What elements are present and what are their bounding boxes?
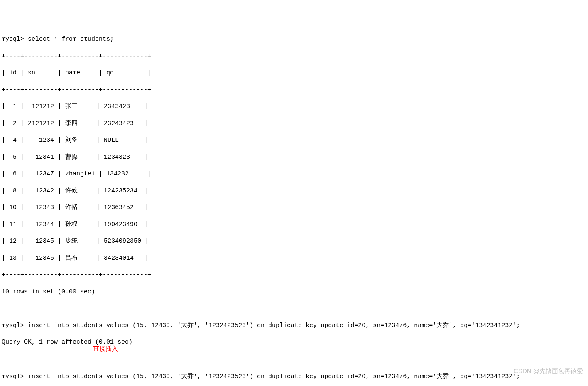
table-row: | 1 | 121212 | 张三 | 2343423 | — [2, 103, 586, 111]
blank-line — [2, 305, 586, 313]
table-row: | 2 | 2121212 | 李四 | 23243423 | — [2, 120, 586, 128]
table-row: | 13 | 12346 | 吕布 | 34234014 | — [2, 254, 586, 263]
result-line: Query OK, 1 row affected (0.01 sec)直接插入 — [2, 338, 586, 347]
result-prefix: Query OK, — [2, 339, 39, 346]
sql-select-1: select * from students; — [28, 36, 114, 43]
table-border: +----+---------+----------+------------+ — [2, 52, 586, 61]
prompt-line: mysql> insert into students values (15, … — [2, 322, 586, 330]
sql-insert-2: insert into students values (15, 12439, … — [24, 373, 520, 380]
blank-line — [2, 356, 586, 364]
prompt: mysql> — [2, 322, 24, 329]
table-row: | 10 | 12343 | 许褚 | 12363452 | — [2, 204, 586, 212]
result-footer: 10 rows in set (0.00 sec) — [2, 288, 586, 296]
annotation-text: 直接插入 — [93, 344, 118, 353]
table-border: +----+---------+----------+------------+ — [2, 271, 586, 279]
sql-insert-1: insert into students values (15, 12439, … — [24, 322, 520, 329]
table-header: | id | sn | name | qq | — [2, 69, 586, 77]
prompt-line: mysql> insert into students values (15, … — [2, 373, 586, 381]
prompt-line: mysql> select * from students; — [2, 35, 586, 44]
prompt: mysql> — [2, 373, 24, 380]
watermark: CSDN @先搞面包再谈爱 — [514, 367, 583, 375]
terminal-output: mysql> select * from students; +----+---… — [2, 35, 586, 386]
table-row: | 5 | 12341 | 曹操 | 1234323 | — [2, 153, 586, 162]
table-row: | 12 | 12345 | 庞统 | 5234092350 | — [2, 237, 586, 246]
table-row: | 11 | 12344 | 孙权 | 190423490 | — [2, 221, 586, 229]
prompt: mysql> — [2, 36, 24, 43]
table-border: +----+---------+----------+------------+ — [2, 86, 586, 94]
table-row: | 4 | 1234 | 刘备 | NULL | — [2, 136, 586, 145]
result-suffix: (0.01 sec) — [91, 339, 132, 346]
table-row: | 8 | 12342 | 许攸 | 124235234 | — [2, 187, 586, 195]
rows-affected-underlined: 1 row affected — [39, 338, 91, 347]
table-row: | 6 | 12347 | zhangfei | 134232 | — [2, 170, 586, 178]
